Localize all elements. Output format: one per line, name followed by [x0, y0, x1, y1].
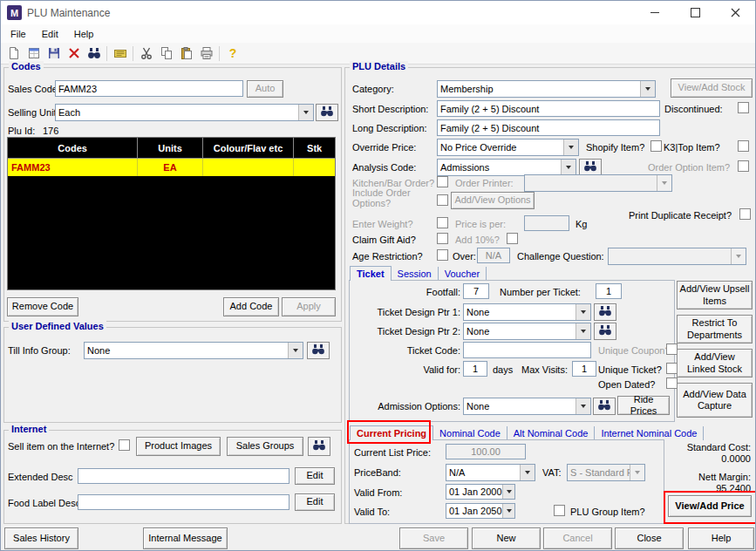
sales-groups-search-button[interactable]	[308, 437, 330, 456]
valid-from-dropdown[interactable]: 01 Jan 2000	[446, 484, 515, 500]
current-list-price-label: Current List Price:	[354, 447, 431, 458]
ticket-design-ptr1-dropdown[interactable]: None	[463, 303, 591, 321]
plu-group-item-checkbox[interactable]	[554, 505, 565, 516]
admission-options-dropdown[interactable]: None	[463, 398, 591, 415]
tab-voucher[interactable]: Voucher	[439, 267, 487, 281]
ticket-design-ptr2-dropdown[interactable]: None	[463, 323, 591, 340]
delete-button[interactable]	[64, 44, 84, 63]
add-code-button[interactable]: Add Code	[223, 297, 279, 316]
add-view-linked-stock-button[interactable]: Add/View Linked Stock	[677, 349, 753, 378]
enter-weight-checkbox[interactable]	[437, 217, 448, 228]
add-view-options-button[interactable]: Add/View Options	[451, 192, 535, 209]
short-description-input[interactable]	[437, 100, 660, 117]
category-dropdown[interactable]: Membership	[437, 80, 656, 98]
view-add-stock-button[interactable]: View/Add Stock	[671, 78, 753, 98]
menu-file[interactable]: File	[3, 26, 34, 42]
selling-unit-search-button[interactable]	[316, 104, 338, 121]
sales-history-button[interactable]: Sales History	[4, 527, 78, 549]
max-visits-input[interactable]	[572, 361, 596, 377]
find-button[interactable]	[84, 44, 104, 63]
internal-message-button[interactable]: Internal Message	[143, 527, 228, 549]
product-images-button[interactable]: Product Images	[136, 437, 221, 456]
menu-edit[interactable]: Edit	[34, 26, 66, 42]
tab-ticket[interactable]: Ticket	[350, 266, 392, 281]
current-list-price-input[interactable]	[446, 444, 526, 459]
ticket-design-ptr1-search-button[interactable]	[594, 303, 616, 321]
new-button[interactable]	[3, 44, 24, 63]
view-add-price-button[interactable]: View/Add Price	[668, 495, 752, 517]
extended-desc-edit-button[interactable]: Edit	[295, 467, 335, 485]
kitchen-bar-order-checkbox[interactable]	[437, 176, 448, 187]
copy-button[interactable]	[156, 44, 176, 63]
auto-button[interactable]: Auto	[247, 80, 283, 98]
row-units-cell: EA	[138, 159, 203, 176]
challenge-question-dropdown[interactable]	[608, 248, 746, 265]
tab-nominal-code[interactable]: Nominal Code	[433, 426, 507, 440]
tab-internet-nominal-code[interactable]: Internet Nominal Code	[595, 426, 704, 440]
number-per-ticket-input[interactable]	[596, 283, 622, 299]
minimize-button[interactable]	[635, 1, 675, 24]
valid-for-input[interactable]	[463, 361, 487, 377]
long-description-input[interactable]	[437, 119, 660, 136]
analysis-code-dropdown[interactable]: Admissions	[437, 159, 576, 176]
extended-desc-input[interactable]	[78, 468, 289, 484]
save-button-toolbar[interactable]	[44, 44, 64, 63]
include-order-options-checkbox[interactable]	[437, 194, 448, 206]
close-button-bottom[interactable]: Close	[615, 527, 684, 549]
till-button[interactable]	[110, 44, 130, 63]
print-button[interactable]	[196, 44, 216, 63]
k3-top-item-checkbox[interactable]	[738, 140, 749, 152]
table-row[interactable]: FAMM23 EA	[8, 159, 335, 176]
ticket-code-input[interactable]	[463, 342, 591, 358]
sales-code-input[interactable]	[55, 80, 243, 97]
price-is-per-input[interactable]	[524, 215, 569, 231]
save-button[interactable]: Save	[399, 527, 468, 549]
food-label-desc-edit-button[interactable]: Edit	[295, 493, 335, 511]
till-info-search-button[interactable]	[307, 342, 330, 359]
ticket-design-ptr2-search-button[interactable]	[594, 323, 616, 340]
maximize-button[interactable]	[675, 1, 715, 24]
open-button[interactable]	[24, 44, 44, 63]
footfall-input[interactable]	[463, 283, 489, 299]
order-option-item-checkbox[interactable]	[738, 160, 749, 172]
vat-dropdown[interactable]: S - Standard Ra	[567, 464, 645, 481]
discontinued-checkbox[interactable]	[738, 102, 749, 113]
shopify-item-checkbox[interactable]	[650, 140, 662, 152]
apply-button[interactable]: Apply	[282, 297, 336, 316]
add-view-upsell-items-button[interactable]: Add/View Upsell Items	[677, 281, 753, 310]
tab-current-pricing[interactable]: Current Pricing	[350, 425, 433, 440]
add-view-data-capture-button[interactable]: Add/View Data Capture	[677, 383, 753, 418]
ride-prices-button[interactable]: Ride Prices	[617, 396, 670, 415]
sales-code-label: Sales Code:	[8, 84, 60, 94]
selling-unit-dropdown[interactable]: Each	[55, 104, 314, 121]
tab-alt-nominal-code[interactable]: Alt Nominal Code	[507, 426, 596, 440]
print-duplicate-receipt-checkbox[interactable]	[739, 208, 751, 220]
binoculars-icon	[583, 161, 597, 173]
remove-code-button[interactable]: Remove Code	[7, 297, 78, 316]
tab-session[interactable]: Session	[392, 267, 439, 281]
order-printer-dropdown[interactable]	[524, 174, 672, 192]
help-button-toolbar[interactable]: ?	[222, 44, 242, 63]
new-button-bottom[interactable]: New	[472, 527, 541, 549]
cut-button[interactable]	[136, 44, 156, 63]
close-button[interactable]	[715, 1, 755, 24]
admission-options-search-button[interactable]	[593, 398, 616, 415]
priceband-dropdown[interactable]: N/A	[446, 464, 535, 481]
paste-button[interactable]	[176, 44, 196, 63]
menu-help[interactable]: Help	[66, 26, 102, 42]
menu-bar: File Edit Help	[1, 24, 755, 43]
till-info-group-dropdown[interactable]: None	[84, 342, 303, 359]
food-label-desc-input[interactable]	[78, 494, 289, 510]
sell-on-internet-checkbox[interactable]	[119, 439, 130, 451]
over-age-input[interactable]	[477, 248, 510, 263]
claim-gift-aid-checkbox[interactable]	[437, 233, 448, 244]
cancel-button[interactable]: Cancel	[543, 527, 612, 549]
valid-to-dropdown[interactable]: 01 Jan 2050	[446, 503, 515, 519]
sales-groups-button[interactable]: Sales Groups	[227, 437, 303, 456]
restrict-to-departments-button[interactable]: Restrict To Departments	[677, 315, 753, 344]
analysis-code-search-button[interactable]	[579, 159, 602, 176]
add-10-percent-checkbox[interactable]	[507, 233, 518, 244]
help-button[interactable]: Help	[688, 527, 754, 549]
override-price-dropdown[interactable]: No Price Override	[437, 139, 579, 156]
age-restriction-over-checkbox[interactable]	[437, 249, 448, 261]
